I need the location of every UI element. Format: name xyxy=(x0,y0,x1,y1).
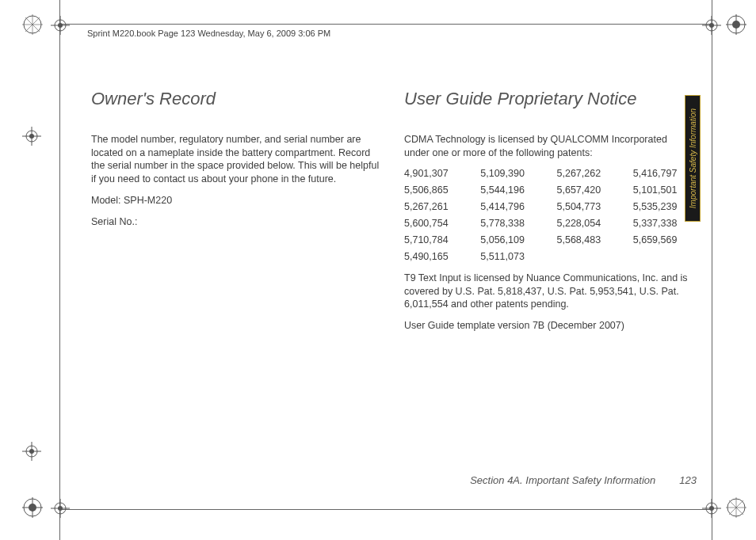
patent-number: 5,659,569 xyxy=(633,234,693,247)
patent-number: 5,056,109 xyxy=(480,234,540,247)
patent-number: 4,901,307 xyxy=(404,167,464,181)
patent-number: 5,600,754 xyxy=(404,217,464,230)
serial-line: Serial No.: xyxy=(91,215,380,229)
section-label: Section 4A. Important Safety Information xyxy=(470,474,655,486)
page-content: Owner's Record The model number, regulat… xyxy=(91,87,693,340)
t9-notice: T9 Text Input is licensed by Nuance Comm… xyxy=(404,272,693,312)
patent-number: 5,267,261 xyxy=(404,200,464,214)
cdma-intro: CDMA Technology is licensed by QUALCOMM … xyxy=(404,133,693,160)
crop-line-right xyxy=(712,0,712,540)
running-head: Sprint M220.book Page 123 Wednesday, May… xyxy=(87,29,330,38)
template-version: User Guide template version 7B (December… xyxy=(404,319,693,333)
patent-number xyxy=(557,250,617,264)
crop-target-icon xyxy=(702,499,721,518)
owners-record-body: The model number, regulatory number, and… xyxy=(91,133,380,187)
left-column: Owner's Record The model number, regulat… xyxy=(91,87,380,340)
patent-number: 5,506,865 xyxy=(404,184,464,197)
patent-number: 5,544,196 xyxy=(480,184,540,197)
patent-number xyxy=(633,250,693,264)
patent-number: 5,228,054 xyxy=(557,217,617,230)
patent-number: 5,511,073 xyxy=(480,250,540,264)
owners-record-heading: Owner's Record xyxy=(91,87,380,111)
page-footer: Section 4A. Important Safety Information… xyxy=(470,474,697,486)
side-tab-label: Important Safety Information xyxy=(689,108,697,208)
patent-number: 5,568,483 xyxy=(557,234,617,247)
registration-mark-icon xyxy=(22,14,43,35)
page-number: 123 xyxy=(679,474,697,486)
patent-number: 5,504,773 xyxy=(557,200,617,214)
patent-grid: 4,901,3075,109,3905,267,2625,416,7975,50… xyxy=(404,167,693,263)
registration-mark-icon xyxy=(22,497,43,518)
patent-number: 5,109,390 xyxy=(480,167,540,181)
crop-target-icon xyxy=(22,442,41,461)
crop-line-left xyxy=(59,0,60,540)
right-column: User Guide Proprietary Notice CDMA Techn… xyxy=(404,87,693,340)
patent-number: 5,710,784 xyxy=(404,234,464,247)
model-line: Model: SPH-M220 xyxy=(91,194,380,207)
crop-target-icon xyxy=(22,127,41,146)
patent-number: 5,414,796 xyxy=(480,200,540,214)
crop-target-icon xyxy=(51,499,70,518)
registration-mark-icon xyxy=(726,14,746,35)
proprietary-notice-heading: User Guide Proprietary Notice xyxy=(404,87,693,111)
crop-target-icon xyxy=(702,16,721,35)
crop-line-bottom xyxy=(59,509,712,510)
section-side-tab: Important Safety Information xyxy=(685,95,701,222)
crop-target-icon xyxy=(51,16,70,35)
patent-number: 5,657,420 xyxy=(557,184,617,197)
crop-line-top xyxy=(59,24,712,25)
patent-number: 5,490,165 xyxy=(404,250,464,264)
registration-mark-icon xyxy=(726,497,746,518)
patent-number: 5,778,338 xyxy=(480,217,540,230)
patent-number: 5,267,262 xyxy=(557,167,617,181)
